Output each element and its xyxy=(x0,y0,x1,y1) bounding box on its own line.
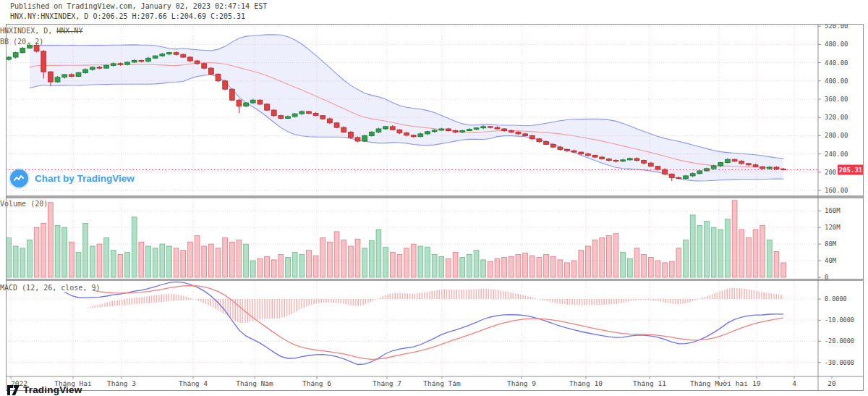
svg-text:400.00: 400.00 xyxy=(825,77,848,85)
svg-text:Tháng 10: Tháng 10 xyxy=(569,379,603,387)
tradingview-watermark-link[interactable]: Chart by TradingView xyxy=(10,169,135,188)
symbol-exchange-struck-label[interactable]: HNX.NY xyxy=(56,27,82,35)
svg-text:Tháng 6: Tháng 6 xyxy=(302,379,331,387)
svg-text:-10.0000: -10.0000 xyxy=(825,316,854,324)
svg-text:20: 20 xyxy=(827,379,836,387)
svg-text:520.00: 520.00 xyxy=(825,24,848,30)
svg-text:160.00: 160.00 xyxy=(825,187,848,194)
volume-pane-legend[interactable]: Volume (20) xyxy=(0,200,48,208)
price-axis[interactable]: 520.00480.00440.00400.00360.00320.00280.… xyxy=(818,24,854,391)
svg-text:Tháng 11: Tháng 11 xyxy=(633,379,666,387)
svg-text:Tháng 9: Tháng 9 xyxy=(507,379,536,387)
svg-text:Tháng Tám: Tháng Tám xyxy=(423,379,461,387)
svg-text:Tháng Mười hai: Tháng Mười hai xyxy=(690,379,748,387)
brand-label: TradingView xyxy=(23,384,82,395)
svg-text:0.0000: 0.0000 xyxy=(825,295,847,303)
chart-frame: 520.00480.00440.00400.00360.00320.00280.… xyxy=(6,24,864,394)
tradingview-brand-link[interactable]: TradingView xyxy=(7,384,82,395)
svg-text:-20.0000: -20.0000 xyxy=(825,337,854,345)
svg-text:Tháng 4: Tháng 4 xyxy=(179,379,208,387)
tradingview-logo-icon xyxy=(10,169,28,188)
svg-text:440.00: 440.00 xyxy=(825,59,848,67)
svg-text:Tháng 3: Tháng 3 xyxy=(107,379,136,387)
last-price-label: 205.31 xyxy=(838,165,864,175)
svg-text:Tháng Năm: Tháng Năm xyxy=(236,379,273,387)
svg-text:240.00: 240.00 xyxy=(825,151,848,158)
watermark-label: Chart by TradingView xyxy=(35,173,135,184)
svg-text:4: 4 xyxy=(792,379,796,387)
svg-text:-30.0000: -30.0000 xyxy=(825,359,854,366)
svg-text:19: 19 xyxy=(752,379,761,387)
time-axis[interactable]: 2022Tháng HaiTháng 3Tháng 4Tháng NămThán… xyxy=(6,376,864,387)
symbol-ohlc-header-line: HNX.NY:HNXINDEX, D O:206.25 H:207.66 L:2… xyxy=(10,12,245,20)
pane-divider[interactable] xyxy=(6,195,864,198)
svg-text:360.00: 360.00 xyxy=(825,96,848,103)
plot-area[interactable] xyxy=(6,24,818,376)
svg-text:Tháng 7: Tháng 7 xyxy=(373,379,401,387)
published-header-line: Published on TradingView.com, January 02… xyxy=(10,2,267,10)
tradingview-brand-icon xyxy=(7,385,20,395)
macd-pane-legend[interactable]: MACD (12, 26, close, 9) xyxy=(0,284,100,292)
svg-text:280.00: 280.00 xyxy=(825,132,848,139)
svg-text:0: 0 xyxy=(825,274,828,281)
pane-divider[interactable] xyxy=(6,279,864,281)
svg-text:480.00: 480.00 xyxy=(825,41,848,48)
svg-text:160M: 160M xyxy=(825,207,841,214)
svg-text:40M: 40M xyxy=(825,257,837,264)
svg-text:80M: 80M xyxy=(825,240,837,248)
svg-text:120M: 120M xyxy=(825,224,841,231)
symbol-legend-label[interactable]: HNXINDEX, D, xyxy=(0,27,56,35)
svg-text:205.31: 205.31 xyxy=(839,167,863,174)
price-pane-legend[interactable]: HNXINDEX, D, HNX.NY xyxy=(0,27,82,35)
svg-text:320.00: 320.00 xyxy=(825,114,848,121)
published-chart-page: { "header": { "line1": "Published on Tra… xyxy=(0,0,868,396)
bb-indicator-legend[interactable]: BB (20, 2) xyxy=(0,38,43,46)
chart-canvas[interactable]: 520.00480.00440.00400.00360.00320.00280.… xyxy=(6,24,864,391)
